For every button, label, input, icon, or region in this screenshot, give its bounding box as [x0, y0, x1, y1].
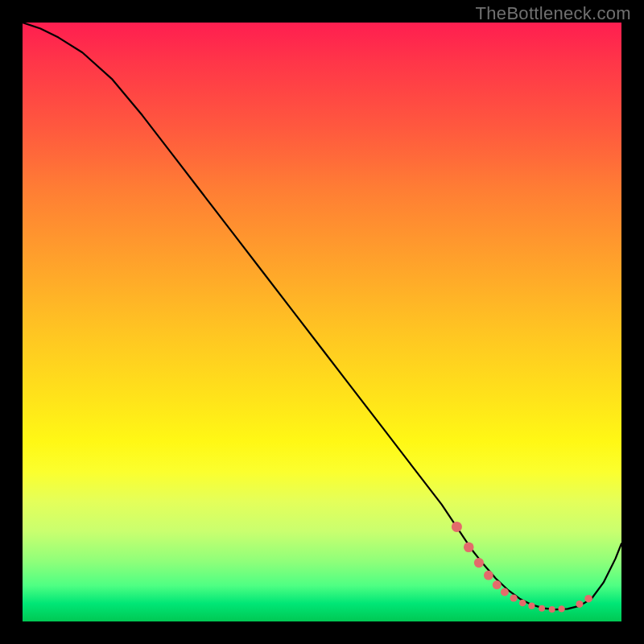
curve-layer: [23, 23, 621, 621]
plot-area: [23, 23, 621, 621]
curve-marker: [519, 600, 526, 607]
chart-frame: TheBottleneck.com: [0, 0, 644, 644]
curve-marker: [484, 571, 493, 580]
curve-marker: [558, 605, 564, 612]
curve-marker: [501, 588, 509, 597]
curve-marker: [549, 606, 555, 613]
bottleneck-curve: [23, 23, 621, 609]
curve-marker: [528, 603, 535, 609]
curve-marker: [539, 605, 545, 612]
curve-marker: [474, 558, 484, 568]
curve-marker: [510, 594, 517, 601]
curve-marker: [576, 601, 583, 608]
curve-marker: [493, 580, 502, 589]
curve-marker: [464, 542, 474, 552]
curve-marker: [584, 595, 592, 603]
watermark-label: TheBottleneck.com: [476, 3, 631, 24]
curve-marker: [452, 522, 462, 532]
